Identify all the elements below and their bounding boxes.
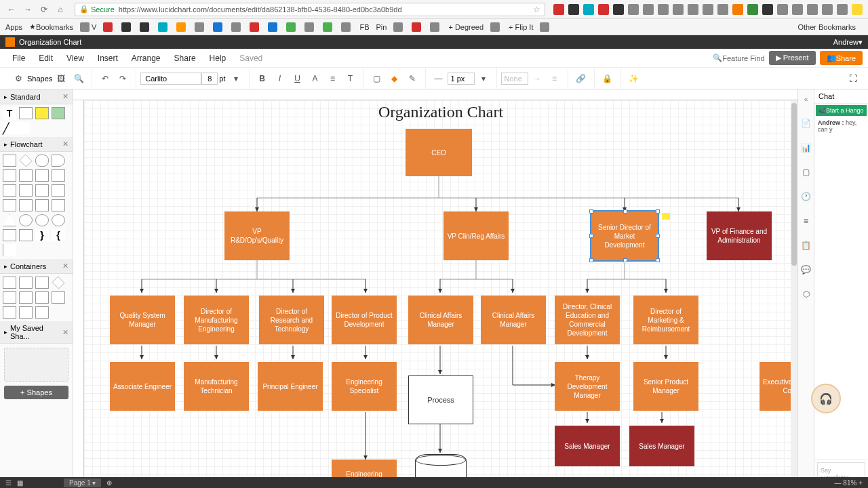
close-icon[interactable]: ✕ (62, 92, 68, 101)
comments-icon[interactable]: 💬 (801, 264, 812, 275)
undo-button[interactable]: ↶ (98, 71, 113, 86)
container-shape[interactable] (19, 277, 33, 289)
ext-icon[interactable] (792, 4, 803, 15)
bookmark-item[interactable] (103, 22, 115, 32)
feature-find[interactable]: 🔍 Feature Find (713, 54, 764, 62)
user-menu[interactable]: Andrew ▾ (833, 38, 863, 47)
org-box[interactable]: Director of Manufacturing Engineering (184, 296, 249, 344)
flowchart-shape[interactable] (19, 229, 33, 241)
bookmark-item[interactable] (158, 22, 170, 32)
container-shape[interactable] (3, 277, 16, 289)
align-button[interactable]: ≡ (326, 71, 340, 86)
fullscreen-button[interactable]: ⛶ (844, 74, 863, 83)
flowchart-shape[interactable] (3, 155, 16, 167)
view-mode-icon[interactable]: ☰ (5, 479, 12, 487)
size-stepper[interactable]: ▾ (229, 71, 243, 86)
redo-button[interactable]: ↷ (115, 71, 130, 86)
flowchart-shape[interactable] (52, 169, 65, 182)
menu-view[interactable]: View (60, 51, 91, 66)
bookmark-item[interactable] (195, 22, 206, 32)
bookmark-item[interactable] (286, 22, 298, 32)
ext-icon[interactable] (553, 4, 564, 15)
text-format-button[interactable]: T (343, 71, 358, 86)
presentation-icon[interactable]: ▢ (801, 167, 812, 178)
flowchart-shape[interactable] (35, 214, 49, 226)
bookmark-item[interactable] (176, 22, 188, 32)
org-box[interactable]: Clinical Affairs Manager (408, 296, 473, 344)
ext-icon[interactable] (643, 4, 654, 15)
border-color-button[interactable]: ✎ (405, 71, 420, 86)
org-box[interactable]: Quality System Manager (110, 296, 175, 344)
line-width-select[interactable]: 1 px (448, 73, 475, 85)
menu-file[interactable]: File (5, 51, 32, 66)
add-shapes-button[interactable]: + Shapes (4, 386, 68, 399)
saved-shape-preview[interactable] (4, 348, 68, 382)
flowchart-shape[interactable] (19, 214, 33, 226)
zoom-level[interactable]: — 81% + (835, 479, 863, 487)
bookmark-item[interactable] (540, 22, 551, 32)
org-box[interactable]: Senior Product Manager (633, 362, 698, 411)
bookmark-item[interactable] (430, 22, 441, 32)
bookmark-item[interactable] (490, 22, 502, 32)
bookmark-item[interactable] (323, 22, 334, 32)
org-box[interactable]: Manufacturing Technician (184, 362, 249, 411)
fill-button[interactable]: ▢ (370, 71, 384, 86)
bookmark-item[interactable] (304, 22, 316, 32)
container-shape[interactable] (35, 306, 49, 319)
shapes-toggle-icon[interactable]: ⚙ (11, 71, 26, 86)
line-style-button[interactable]: — (431, 71, 446, 86)
org-box[interactable]: Sales Manager (555, 426, 620, 466)
org-box-sr-dir[interactable]: Senior Director of Market Development (591, 211, 658, 260)
ext-icon[interactable] (598, 4, 609, 15)
bookmark-item[interactable] (412, 22, 423, 32)
close-icon[interactable]: ✕ (62, 262, 68, 270)
ext-icon[interactable] (583, 4, 594, 15)
start-hangout-button[interactable]: 📹 Start a Hango (816, 105, 867, 116)
flowchart-shape[interactable] (19, 169, 33, 182)
app-logo-icon[interactable] (5, 37, 15, 47)
bookmark-item[interactable] (341, 22, 353, 32)
canvas[interactable]: Organization Chart (84, 100, 797, 488)
bookmark-star-icon[interactable]: ☆ (533, 5, 540, 14)
home-button[interactable]: ⌂ (54, 3, 66, 16)
flowchart-shape[interactable] (3, 184, 16, 197)
flowchart-shape[interactable] (35, 169, 49, 182)
link-button[interactable]: 🔗 (574, 71, 589, 86)
close-icon[interactable]: ✕ (62, 140, 68, 148)
saved-shapes-header[interactable]: ▸ My Saved Sha... ✕ (0, 321, 73, 344)
flowchart-shape[interactable] (3, 169, 16, 182)
ext-icon[interactable] (762, 4, 773, 15)
bookmark-item[interactable]: V (80, 22, 96, 32)
grid-view-icon[interactable]: ▦ (17, 479, 23, 487)
container-shape[interactable] (3, 291, 16, 304)
history-icon[interactable]: 🕐 (801, 191, 812, 202)
add-page-button[interactable]: ⊕ (106, 479, 112, 487)
bookmarks-folder[interactable]: ★ Bookmarks (29, 22, 73, 31)
collapse-panel-icon[interactable]: « (801, 94, 812, 104)
container-shape[interactable] (35, 277, 49, 289)
page-settings-icon[interactable]: 📋 (801, 240, 812, 251)
menu-help[interactable]: Help (203, 51, 233, 66)
org-box[interactable]: Director of Product Development (332, 296, 397, 344)
flowchart-section-header[interactable]: ▸ Flowchart ✕ (0, 137, 73, 152)
flowchart-shape[interactable] (52, 214, 65, 226)
note-shape[interactable] (35, 107, 49, 119)
bookmark-item[interactable] (213, 22, 224, 32)
org-box[interactable]: Principal Engineer (258, 362, 323, 411)
italic-button[interactable]: I (273, 71, 288, 86)
org-box[interactable]: Therapy Development Manager (555, 362, 620, 411)
ext-icon[interactable] (717, 4, 728, 15)
back-button[interactable]: ← (5, 3, 18, 16)
org-box-vp-fin[interactable]: VP of Finance and Administration (707, 211, 772, 260)
ext-icon[interactable] (628, 4, 639, 15)
menu-insert[interactable]: Insert (91, 51, 125, 66)
menu-share[interactable]: Share (167, 51, 203, 66)
ext-icon[interactable] (613, 4, 624, 15)
ext-icon[interactable] (732, 4, 743, 15)
text-shape[interactable]: T (3, 107, 16, 119)
close-icon[interactable]: ✕ (62, 328, 68, 337)
text-color-button[interactable]: A (308, 71, 323, 86)
org-box[interactable]: Engineering Specialist (332, 362, 397, 411)
line-shape[interactable]: ╱ (3, 122, 30, 134)
arrow-end-button[interactable]: → (530, 71, 545, 86)
